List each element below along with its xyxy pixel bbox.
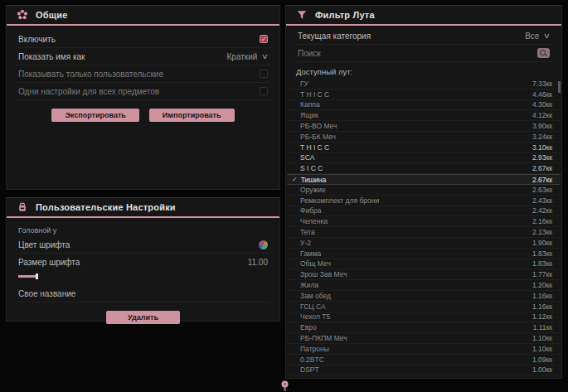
gear-flower-icon bbox=[17, 9, 28, 21]
loot-item-value: 1.77кк bbox=[532, 270, 552, 278]
loot-row[interactable]: T H I C C4.46кк bbox=[287, 90, 561, 100]
loot-row[interactable]: У-21.90кк bbox=[287, 238, 561, 249]
slider-fill bbox=[18, 275, 36, 278]
loot-row[interactable]: Ремкомплект для брони2.43кк bbox=[287, 196, 561, 206]
funnel-icon bbox=[296, 9, 308, 21]
search-row bbox=[294, 45, 553, 62]
loot-row[interactable]: SCA2.93кк bbox=[287, 153, 561, 164]
custom-name-input[interactable] bbox=[18, 289, 184, 298]
bottom-handle-icon bbox=[280, 380, 289, 391]
loot-item-name: S I C C bbox=[300, 164, 323, 172]
loot-row[interactable]: Евро1.11кк bbox=[287, 322, 561, 333]
loot-item-value: 1.90кк bbox=[532, 239, 552, 247]
enable-label: Включить bbox=[18, 35, 56, 44]
loot-item-value: 1.11кк bbox=[533, 323, 552, 332]
loot-item-value: 1.16кк bbox=[532, 292, 552, 300]
loot-row[interactable]: РБ-ВО Меч3.90кк bbox=[287, 121, 561, 132]
font-color-label: Цвет шрифта bbox=[18, 240, 70, 249]
chevron-down-icon: ∨ bbox=[261, 52, 269, 60]
loot-row[interactable]: Фибра2.42кк bbox=[287, 206, 561, 217]
scrollbar-thumb[interactable] bbox=[558, 81, 561, 93]
loot-item-name: ГУ bbox=[300, 80, 308, 88]
loot-item-name: РБ-ВО Меч bbox=[300, 122, 337, 130]
same-settings-checkbox[interactable] bbox=[260, 87, 268, 95]
loot-item-value: 2.16кк bbox=[532, 217, 552, 225]
loot-row[interactable]: Зрош Зав Меч1.77кк bbox=[287, 269, 561, 280]
only-custom-label: Показывать только пользовательские bbox=[18, 70, 163, 79]
loot-item-value: 4.12кк bbox=[532, 111, 552, 119]
font-color-row: Цвет шрифта bbox=[15, 236, 271, 254]
show-name-row: Показать имя как Краткий ∨ bbox=[15, 48, 271, 65]
same-settings-label: Одни настройки для всех предметов bbox=[18, 87, 159, 96]
loot-row[interactable]: Чехол Т51.12кк bbox=[287, 312, 561, 323]
loot-item-name: Ящик bbox=[300, 111, 318, 119]
loot-item-value: 2.67кк bbox=[532, 176, 552, 184]
loot-item-value: 4.30кк bbox=[532, 100, 552, 109]
loot-row[interactable]: Общ Меч1.83кк bbox=[287, 259, 561, 270]
enable-checkbox[interactable] bbox=[260, 35, 268, 43]
loot-row[interactable]: Оружие2.63кк bbox=[287, 185, 561, 196]
only-custom-checkbox[interactable] bbox=[260, 70, 268, 78]
loot-item-value: 1.16кк bbox=[532, 302, 552, 311]
import-button[interactable]: Импортировать bbox=[149, 109, 235, 122]
category-dropdown[interactable]: Все ∨ bbox=[525, 31, 550, 41]
loot-item-value: 1.83кк bbox=[532, 259, 552, 268]
search-icon[interactable] bbox=[537, 48, 550, 58]
same-settings-row: Одни настройки для всех предметов bbox=[15, 83, 271, 100]
loot-row[interactable]: Гамма1.83кк bbox=[287, 249, 561, 259]
loot-item-value: 2.42кк bbox=[532, 206, 552, 215]
loot-item-value: 2.43кк bbox=[532, 196, 552, 205]
loot-item-value: 2.93кк bbox=[532, 153, 552, 162]
loot-row[interactable]: Ящик4.12кк bbox=[287, 110, 561, 121]
loot-item-name: Зрош Зав Меч bbox=[300, 270, 347, 278]
loot-row[interactable]: РБ-ПКПМ Меч1.10кк bbox=[287, 333, 561, 344]
show-name-dropdown[interactable]: Краткий ∨ bbox=[227, 52, 268, 61]
slider-thumb[interactable] bbox=[36, 273, 38, 279]
loot-item-name: ✓Тишина bbox=[292, 176, 326, 184]
category-row: Текущая категория Все ∨ bbox=[294, 27, 553, 45]
category-label: Текущая категория bbox=[298, 31, 371, 41]
general-panel-title: Общие bbox=[36, 10, 68, 20]
loot-item-name: Жила bbox=[300, 281, 318, 289]
loot-row[interactable]: Челенка2.16кк bbox=[287, 216, 561, 227]
loot-item-name: ГСЦ СА bbox=[300, 302, 326, 311]
loot-filter-title: Фильтр Лута bbox=[315, 10, 375, 20]
loot-item-value: 1.09кк bbox=[532, 356, 552, 364]
loot-item-name: T H I C C bbox=[300, 90, 329, 99]
loot-item-value: 1.00кк bbox=[532, 365, 552, 374]
loot-row[interactable]: T H I C C3.10кк bbox=[287, 143, 561, 153]
delete-button[interactable]: Удалить bbox=[106, 311, 180, 324]
loot-item-value: 1.83кк bbox=[532, 249, 552, 258]
loot-item-name: Фибра bbox=[300, 206, 322, 215]
loot-row[interactable]: Патроны1.10кк bbox=[287, 344, 561, 355]
loot-filter-header: Фильтр Лута bbox=[286, 6, 561, 26]
loot-item-value: 2.67кк bbox=[532, 164, 552, 172]
loot-row[interactable]: ГСЦ СА1.16кк bbox=[287, 302, 561, 312]
loot-item-value: 1.12кк bbox=[532, 312, 552, 321]
loot-row[interactable]: S I C C2.67кк bbox=[287, 163, 561, 174]
loot-item-value: 7.33кк bbox=[532, 80, 552, 88]
search-input[interactable] bbox=[298, 49, 497, 58]
custom-settings-panel: Пользовательские Настройки Головной у Цв… bbox=[6, 197, 280, 322]
loot-row[interactable]: ✓Тишина2.67кк bbox=[287, 174, 561, 185]
loot-list: ГУ7.33ккT H I C C4.46ккКаппа4.30ккЯщик4.… bbox=[287, 79, 561, 375]
color-wheel-icon[interactable] bbox=[259, 240, 268, 249]
loot-row[interactable]: РБ-БК Меч3.24кк bbox=[287, 132, 561, 143]
loot-item-value: 1.20кк bbox=[532, 281, 552, 289]
loot-row[interactable]: ГУ7.33кк bbox=[287, 79, 561, 90]
loot-row[interactable]: Зам обед1.16кк bbox=[287, 291, 561, 302]
general-panel: Общие Включить Показать имя как Краткий … bbox=[6, 5, 280, 190]
loot-item-name: У-2 bbox=[300, 239, 311, 247]
font-size-slider[interactable] bbox=[18, 273, 268, 279]
loot-row[interactable]: 0.2BTC1.09кк bbox=[287, 355, 561, 365]
loot-row[interactable]: Тета2.13кк bbox=[287, 227, 561, 238]
loot-row[interactable]: DSPT1.00кк bbox=[287, 365, 561, 376]
loot-row[interactable]: Жила1.20кк bbox=[287, 280, 561, 291]
loot-row[interactable]: Каппа4.30кк bbox=[287, 100, 561, 111]
loot-item-name: SCA bbox=[300, 153, 314, 162]
loot-item-value: 1.10кк bbox=[532, 334, 552, 342]
export-button[interactable]: Экспортировать bbox=[51, 109, 138, 122]
custom-settings-header: Пользовательские Настройки bbox=[7, 198, 279, 218]
loot-item-value: 2.13кк bbox=[532, 228, 552, 236]
loot-item-name: РБ-БК Меч bbox=[300, 133, 336, 141]
